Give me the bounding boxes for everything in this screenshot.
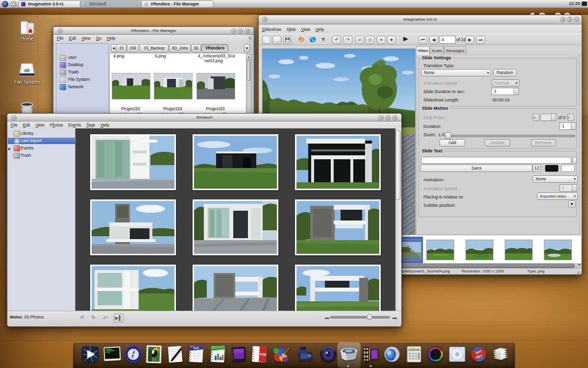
svg-text:HD: HD bbox=[24, 69, 29, 72]
svg-text:Text: Text bbox=[193, 346, 199, 350]
svg-text:1234567890: 1234567890 bbox=[408, 349, 420, 351]
svg-text:PDF: PDF bbox=[260, 353, 267, 357]
